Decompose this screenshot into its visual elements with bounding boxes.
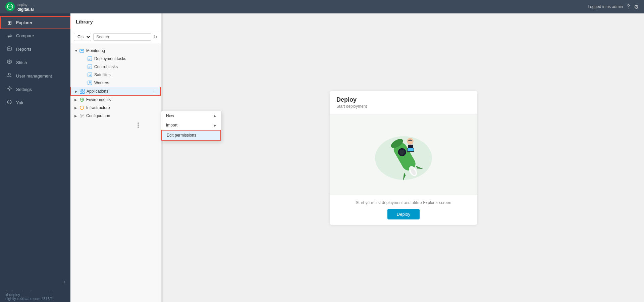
logo-text: deploy digital.ai (17, 2, 34, 12)
tree-label: Configuration (86, 113, 158, 118)
tree-item-configuration[interactable]: ▶ Configuration (70, 112, 161, 120)
svg-rect-24 (80, 89, 82, 91)
svg-rect-25 (83, 89, 85, 91)
infrastructure-icon (79, 105, 85, 110)
context-menu: New ▶ Import ▶ Edit permissions (161, 111, 221, 141)
tree-item-applications[interactable]: ▶ Applications ⋮ (70, 87, 161, 96)
tree-expand-arrow: ▶ (74, 114, 79, 118)
sidebar-item-label: Stitch (16, 60, 27, 65)
user-info: Logged in as admin (588, 4, 623, 9)
search-input[interactable] (93, 33, 151, 41)
sidebar-item-label: Yak (16, 100, 23, 105)
applications-icon (79, 89, 85, 94)
tree-item-workers[interactable]: Workers (70, 79, 161, 87)
tree-item-deployment-tasks[interactable]: Deployment tasks (70, 55, 161, 63)
rocket-svg (367, 121, 440, 188)
svg-point-23 (89, 82, 91, 83)
svg-rect-27 (83, 92, 85, 94)
deployment-tasks-icon (87, 56, 93, 61)
tree-label: Control tasks (94, 64, 158, 69)
app-header: deploy digital.ai Logged in as admin ? ⚙ (0, 0, 644, 13)
tree-expand-arrow: ▶ (74, 98, 79, 102)
svg-point-10 (7, 100, 11, 104)
tree-expand-arrow: ▶ (74, 106, 79, 110)
tree-label: Environments (86, 97, 158, 102)
deploy-card: Deploy Start deployment (330, 91, 477, 225)
tree-item-environments[interactable]: ▶ Environments (70, 96, 161, 104)
refresh-icon[interactable]: ↻ (153, 34, 157, 40)
filter-select[interactable]: CIs (74, 33, 91, 41)
deploy-card-illustration (330, 114, 477, 195)
workers-icon (87, 80, 93, 86)
submenu-arrow: ▶ (214, 114, 216, 118)
context-menu-item-new[interactable]: New ▶ (161, 111, 221, 120)
context-menu-item-import[interactable]: Import ▶ (161, 120, 221, 130)
svg-point-8 (8, 73, 10, 75)
applications-kebab-menu[interactable]: ⋮ (150, 89, 158, 94)
settings-nav-icon (6, 86, 13, 93)
sidebar-item-compare[interactable]: ⇌ Compare (0, 29, 70, 42)
svg-point-9 (9, 88, 10, 90)
reports-icon (6, 46, 13, 52)
tree-label: Infrastructure (86, 105, 158, 110)
tree-expand-arrow: ▶ (75, 90, 79, 93)
control-tasks-icon (87, 64, 93, 69)
collapse-icon: ‹ (64, 280, 65, 285)
sidebar-item-yak[interactable]: Yak (0, 96, 70, 109)
tree-label: Deployment tasks (94, 56, 158, 61)
context-menu-label: Import (166, 123, 177, 128)
library-search-bar: CIs ↻ (70, 30, 161, 44)
sidebar-item-explorer[interactable]: ⊞ Explorer (0, 16, 70, 29)
settings-icon[interactable]: ⚙ (634, 4, 639, 10)
sidebar-item-reports[interactable]: Reports (0, 42, 70, 56)
sidebar-item-settings[interactable]: Settings (0, 83, 70, 96)
sidebar: ⊞ Explorer ⇌ Compare Reports (0, 13, 70, 302)
tree-label: Workers (94, 81, 158, 85)
sidebar-item-label: Explorer (16, 20, 32, 25)
tree-label: Satellites (94, 72, 158, 77)
main-content: Deploy Start deployment (163, 13, 644, 302)
tree-label: Monitoring (86, 48, 158, 53)
tree-item-control-tasks[interactable]: Control tasks (70, 63, 161, 71)
yak-icon (6, 99, 13, 106)
deploy-card-subtitle: Start deployment (336, 104, 471, 109)
context-menu-label: New (166, 113, 174, 118)
context-menu-label: Edit permissions (167, 133, 196, 138)
url-bar: xl-deploy-nightly.xebialabs.com:4516/# (0, 291, 70, 302)
sidebar-item-user-management[interactable]: User management (0, 69, 70, 83)
svg-point-0 (7, 4, 13, 9)
sidebar-item-label: Reports (16, 47, 32, 52)
sidebar-item-stitch[interactable]: Stitch (0, 56, 70, 69)
help-icon[interactable]: ? (627, 4, 630, 10)
library-tree: ▼ Monitoring (70, 44, 161, 302)
stitch-icon (6, 59, 13, 66)
svg-point-21 (89, 74, 91, 76)
sidebar-nav: ⊞ Explorer ⇌ Compare Reports (0, 13, 70, 277)
svg-point-32 (81, 115, 83, 116)
library-title: Library (76, 19, 93, 24)
user-management-icon (6, 72, 13, 79)
deploy-card-title: Deploy (336, 96, 471, 103)
context-menu-item-edit-permissions[interactable]: Edit permissions (161, 130, 221, 141)
svg-rect-1 (7, 47, 11, 50)
environments-icon (79, 97, 85, 102)
sidebar-item-label: User management (16, 73, 52, 79)
library-header: Library (70, 13, 161, 30)
deploy-button[interactable]: Deploy (387, 209, 420, 219)
satellites-icon (87, 72, 93, 78)
compare-icon: ⇌ (6, 33, 13, 39)
configuration-icon (79, 113, 85, 118)
tree-item-satellites[interactable]: Satellites (70, 71, 161, 79)
logo-icon (5, 2, 15, 11)
header-right: Logged in as admin ? ⚙ (588, 4, 639, 10)
svg-rect-20 (88, 73, 92, 77)
submenu-arrow: ▶ (214, 123, 216, 127)
tree-item-monitoring[interactable]: ▼ Monitoring (70, 47, 161, 55)
tree-expand-arrow: ▼ (74, 49, 79, 53)
sidebar-item-label: Compare (16, 33, 34, 38)
sidebar-collapse-button[interactable]: ‹ (0, 277, 70, 287)
tree-item-infrastructure[interactable]: ▶ Infrastructure (70, 104, 161, 112)
deploy-card-footer: Start your first deployment and utilize … (330, 195, 477, 225)
deploy-footer-text: Start your first deployment and utilize … (336, 200, 471, 205)
logo: deploy digital.ai (5, 2, 34, 12)
